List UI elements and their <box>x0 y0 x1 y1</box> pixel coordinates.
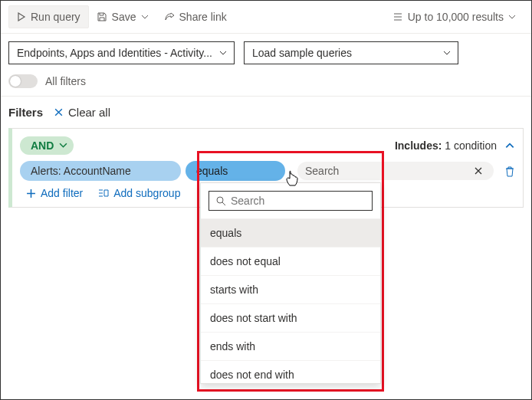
add-subgroup-label: Add subgroup <box>113 187 180 199</box>
all-filters-toggle[interactable] <box>8 74 38 88</box>
results-label: Up to 10,000 results <box>408 11 504 23</box>
delete-condition-button[interactable] <box>504 166 515 177</box>
save-icon <box>97 11 107 22</box>
group-operator-selector[interactable]: AND <box>20 136 74 155</box>
dropdown-search-input[interactable] <box>231 195 366 207</box>
operator-option[interactable]: does not end with <box>201 360 380 383</box>
chevron-down-icon <box>218 48 228 57</box>
operator-options-list[interactable]: equals does not equal starts with does n… <box>201 218 380 383</box>
chevron-down-icon <box>141 13 149 21</box>
plus-icon <box>26 189 36 198</box>
condition-field-label: Alerts: AccountName <box>31 165 131 177</box>
operator-option[interactable]: starts with <box>201 275 380 303</box>
play-icon <box>17 12 26 21</box>
filters-label: Filters <box>8 106 43 119</box>
clear-all-button[interactable]: Clear all <box>54 106 110 119</box>
add-subgroup-button[interactable]: Add subgroup <box>98 187 180 199</box>
condition-row: Alerts: AccountName equals Search <box>20 161 515 181</box>
save-label: Save <box>112 11 136 23</box>
list-icon <box>392 11 403 22</box>
condition-field-pill[interactable]: Alerts: AccountName <box>20 161 181 181</box>
run-query-label: Run query <box>31 11 80 23</box>
close-icon <box>54 107 64 117</box>
includes-text: Includes: 1 condition <box>395 139 497 152</box>
clear-value-button[interactable] <box>471 166 486 175</box>
toolbar: Run query Save Share link Up to 10,000 r… <box>1 1 531 34</box>
group-operator-label: AND <box>31 139 54 152</box>
operator-option[interactable]: equals <box>201 218 380 247</box>
scope-selector[interactable]: Endpoints, Apps and Identities - Activit… <box>8 41 235 64</box>
run-query-button[interactable]: Run query <box>8 5 89 28</box>
add-filter-label: Add filter <box>41 187 83 199</box>
clear-all-label: Clear all <box>68 106 110 119</box>
share-link-button[interactable]: Share link <box>156 6 235 28</box>
sample-queries-selector[interactable]: Load sample queries <box>244 41 458 64</box>
all-filters-row: All filters <box>1 72 531 97</box>
search-icon <box>215 195 226 206</box>
save-button[interactable]: Save <box>89 6 156 28</box>
share-icon <box>164 11 175 22</box>
operator-option[interactable]: does not start with <box>201 303 380 332</box>
condition-value-input[interactable]: Search <box>297 162 494 180</box>
share-label: Share link <box>179 11 227 23</box>
scope-label: Endpoints, Apps and Identities - Activit… <box>17 47 212 59</box>
filters-header: Filters Clear all <box>1 97 531 123</box>
collapse-button[interactable] <box>504 140 515 151</box>
sample-label: Load sample queries <box>252 47 352 59</box>
group-header: AND Includes: 1 condition <box>20 136 515 155</box>
chevron-down-icon <box>508 13 516 21</box>
chevron-down-icon <box>442 48 452 57</box>
condition-operator-pill[interactable]: equals <box>186 161 285 181</box>
condition-value-placeholder: Search <box>305 165 339 177</box>
svg-point-0 <box>217 197 223 203</box>
operator-dropdown: equals does not equal starts with does n… <box>200 182 381 384</box>
scope-row: Endpoints, Apps and Identities - Activit… <box>1 34 531 72</box>
chevron-down-icon <box>59 141 67 149</box>
condition-operator-label: equals <box>196 165 228 177</box>
results-limit-button[interactable]: Up to 10,000 results <box>385 6 524 28</box>
subgroup-icon <box>98 189 109 198</box>
dropdown-search-field[interactable] <box>209 191 373 211</box>
operator-option[interactable]: does not equal <box>201 247 380 275</box>
all-filters-label: All filters <box>45 75 86 87</box>
operator-option[interactable]: ends with <box>201 332 380 360</box>
add-filter-button[interactable]: Add filter <box>26 187 83 199</box>
